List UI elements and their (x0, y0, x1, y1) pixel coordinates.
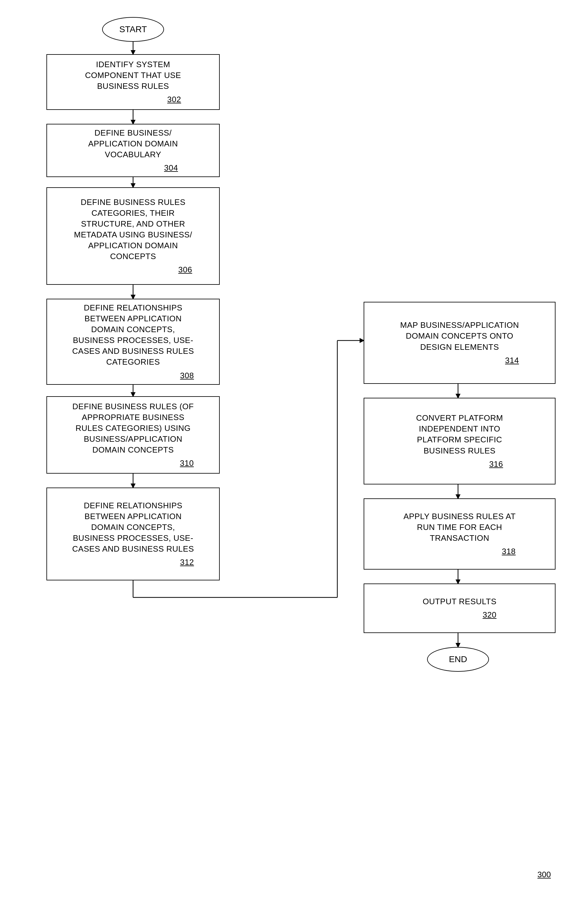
box-316-text: CONVERT PLATFORMINDEPENDENT INTOPLATFORM… (416, 413, 503, 456)
ref-320: 320 (482, 610, 496, 620)
box-308: DEFINE RELATIONSHIPSBETWEEN APPLICATIOND… (46, 299, 220, 385)
ref-314: 314 (505, 356, 519, 365)
box-310-text: DEFINE BUSINESS RULES (OFAPPROPRIATE BUS… (72, 401, 194, 455)
box-314-text: MAP BUSINESS/APPLICATIONDOMAIN CONCEPTS … (400, 320, 519, 352)
box-310: DEFINE BUSINESS RULES (OFAPPROPRIATE BUS… (46, 396, 220, 474)
end-oval: END (427, 647, 489, 672)
box-318: APPLY BUSINESS RULES ATRUN TIME FOR EACH… (364, 498, 556, 570)
start-oval: START (102, 17, 164, 42)
ref-312: 312 (180, 558, 194, 567)
box-320: OUTPUT RESULTS 320 (364, 583, 556, 633)
box-314: MAP BUSINESS/APPLICATIONDOMAIN CONCEPTS … (364, 302, 556, 384)
box-308-text: DEFINE RELATIONSHIPSBETWEEN APPLICATIOND… (72, 303, 194, 368)
box-306-text: DEFINE BUSINESS RULESCATEGORIES, THEIRST… (74, 197, 192, 262)
ref-316: 316 (489, 459, 503, 469)
box-302: IDENTIFY SYSTEMCOMPONENT THAT USEBUSINES… (46, 54, 220, 110)
box-316: CONVERT PLATFORMINDEPENDENT INTOPLATFORM… (364, 398, 556, 484)
box-306: DEFINE BUSINESS RULESCATEGORIES, THEIRST… (46, 187, 220, 285)
box-312: DEFINE RELATIONSHIPSBETWEEN APPLICATIOND… (46, 487, 220, 580)
box-304-text: DEFINE BUSINESS/APPLICATION DOMAINVOCABU… (88, 128, 178, 160)
diagram-ref-300: 300 (537, 870, 551, 880)
ref-302: 302 (167, 95, 181, 104)
ref-306: 306 (178, 265, 192, 274)
ref-304: 304 (164, 163, 178, 172)
box-302-text: IDENTIFY SYSTEMCOMPONENT THAT USEBUSINES… (85, 59, 181, 92)
ref-310: 310 (180, 458, 194, 468)
box-312-text: DEFINE RELATIONSHIPSBETWEEN APPLICATIOND… (72, 500, 194, 554)
end-label: END (449, 654, 467, 664)
box-320-text: OUTPUT RESULTS (423, 596, 497, 607)
ref-318: 318 (502, 547, 516, 556)
box-318-text: APPLY BUSINESS RULES ATRUN TIME FOR EACH… (404, 511, 516, 544)
flowchart-diagram: START IDENTIFY SYSTEMCOMPONENT THAT USEB… (0, 0, 588, 898)
box-304: DEFINE BUSINESS/APPLICATION DOMAINVOCABU… (46, 124, 220, 177)
ref-308: 308 (180, 371, 194, 380)
start-label: START (119, 25, 147, 34)
